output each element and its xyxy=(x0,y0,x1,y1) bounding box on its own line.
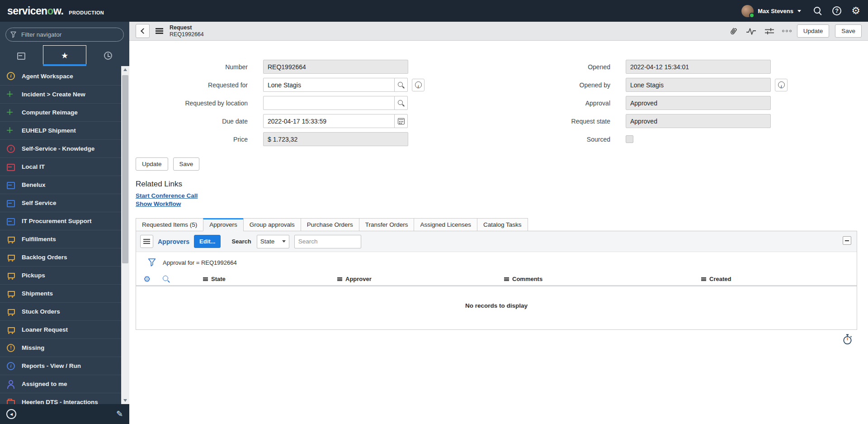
reference-lookup-button[interactable] xyxy=(394,78,408,92)
column-header-created[interactable]: Created xyxy=(701,276,857,282)
sidebar-item-loaner-request[interactable]: Loaner Request xyxy=(0,320,121,338)
reference-lookup-button[interactable] xyxy=(394,96,408,110)
scroll-down-arrow[interactable] xyxy=(123,399,127,402)
plus-icon xyxy=(6,126,15,135)
column-menu-icon xyxy=(504,277,509,281)
help-icon[interactable] xyxy=(832,6,842,16)
sidebar-footer: ✎ xyxy=(0,404,129,424)
search-column-select[interactable]: State xyxy=(257,235,289,248)
field-number: Number xyxy=(136,60,434,74)
sidebar-scrollbar[interactable] xyxy=(121,66,129,404)
tab-catalog-tasks[interactable]: Catalog Tasks xyxy=(477,218,528,231)
sidebar-item-agent-workspace[interactable]: Agent Workspace xyxy=(0,67,121,85)
update-button[interactable]: Update xyxy=(797,24,830,38)
opened-by-info-button[interactable] xyxy=(775,79,788,91)
activity-stream-icon[interactable] xyxy=(745,27,757,36)
sidebar-item-backlog-orders[interactable]: Backlog Orders xyxy=(0,248,121,266)
save-button[interactable]: Save xyxy=(835,24,862,38)
tab-purchase-orders[interactable]: Purchase Orders xyxy=(301,218,359,231)
back-button[interactable] xyxy=(136,24,150,38)
personalize-form-sliders-icon[interactable] xyxy=(764,27,774,36)
filter-icon xyxy=(10,31,16,38)
info-icon xyxy=(415,81,422,88)
scrollbar-thumb[interactable] xyxy=(122,75,128,263)
attachment-paperclip-icon[interactable] xyxy=(729,26,738,36)
sidebar-item-assigned-to-me[interactable]: Assigned to me xyxy=(0,375,121,393)
sidebar-item-self-service-knowledge[interactable]: Self-Service - Knowledge xyxy=(0,139,121,157)
column-menu-icon xyxy=(337,277,342,281)
column-header-approver[interactable]: Approver xyxy=(337,276,504,282)
edit-button[interactable]: Edit... xyxy=(194,235,221,248)
column-header-state[interactable]: State xyxy=(203,276,337,282)
breadcrumb[interactable]: Approval for = REQ1992664 xyxy=(163,259,237,266)
due-date-field[interactable] xyxy=(263,114,395,128)
avatar[interactable] xyxy=(741,5,754,17)
list-search-input[interactable] xyxy=(294,235,361,248)
sidebar-item-local-it[interactable]: Local IT xyxy=(0,157,121,176)
sidebar-item-shipments[interactable]: Shipments xyxy=(0,284,121,302)
list-context-menu-button[interactable] xyxy=(140,235,153,248)
tab-transfer-orders[interactable]: Transfer Orders xyxy=(359,218,415,231)
sidebar-item-euhelp-shipment[interactable]: EUHELP Shipment xyxy=(0,121,121,139)
edit-favorites-pencil-icon[interactable]: ✎ xyxy=(116,409,123,419)
collapse-list-button[interactable] xyxy=(843,236,851,245)
sidebar-item-it-procurement-support[interactable]: IT Procurement Support xyxy=(0,212,121,230)
sidebar-item-computer-reimage[interactable]: Computer Reimage xyxy=(0,103,121,121)
sidebar-item-missing[interactable]: Missing xyxy=(0,338,121,357)
response-time-stopwatch-icon[interactable] xyxy=(842,334,853,347)
user-menu[interactable]: Max Stevens xyxy=(741,5,801,17)
column-search-icon[interactable] xyxy=(162,275,170,283)
gear-icon[interactable]: ⚙ xyxy=(851,6,861,16)
list-personalize-gear-icon[interactable]: ⚙ xyxy=(143,275,151,283)
cart-icon xyxy=(6,235,15,244)
tab-all-applications[interactable] xyxy=(0,45,43,66)
search-icon xyxy=(397,100,405,107)
calendar-picker-button[interactable] xyxy=(394,114,408,128)
requested-for-info-button[interactable] xyxy=(412,79,425,91)
request-state-field xyxy=(626,114,771,128)
sidebar-item-pickups[interactable]: Pickups xyxy=(0,266,121,284)
search-icon[interactable] xyxy=(813,6,823,16)
related-links-heading: Related Links xyxy=(136,180,868,189)
sidebar-item-reports-view-run[interactable]: Reports - View / Run xyxy=(0,357,121,375)
funnel-icon[interactable] xyxy=(148,258,156,267)
tab-approvers[interactable]: Approvers xyxy=(203,218,244,231)
box-icon xyxy=(6,181,15,190)
list-title-link[interactable]: Approvers xyxy=(158,238,189,245)
box-icon xyxy=(6,217,15,226)
user-name: Max Stevens xyxy=(758,8,793,14)
info-icon xyxy=(778,81,785,88)
requested-for-field[interactable] xyxy=(263,78,395,92)
sidebar-item-fulfillments[interactable]: Fulfillments xyxy=(0,230,121,248)
filter-navigator-input[interactable] xyxy=(5,28,124,42)
scroll-up-arrow[interactable] xyxy=(123,68,127,71)
more-options-icon[interactable] xyxy=(782,30,792,32)
navigator-tabs: ★ xyxy=(0,45,129,66)
sidebar-item-label: Agent Workspace xyxy=(22,73,73,80)
sidebar-item-label: Shipments xyxy=(22,290,53,297)
collapse-sidebar-icon[interactable] xyxy=(6,409,16,419)
sidebar-item-stuck-orders[interactable]: Stuck Orders xyxy=(0,302,121,320)
sidebar-item-heerlen-dts-interactions[interactable]: Heerlen DTS - Interactions xyxy=(0,393,121,404)
column-header-comments[interactable]: Comments xyxy=(504,276,701,282)
sidebar-item-self-service[interactable]: Self Service xyxy=(0,194,121,212)
tab-requested-items[interactable]: Requested Items (5) xyxy=(136,218,203,231)
person-icon xyxy=(6,380,15,389)
opened-field xyxy=(626,60,771,74)
tab-group-approvals[interactable]: Group approvals xyxy=(243,218,301,231)
tab-history[interactable] xyxy=(86,45,129,66)
field-price: Price xyxy=(136,132,434,146)
form-context-menu-icon[interactable] xyxy=(156,28,164,34)
sidebar-item-benelux[interactable]: Benelux xyxy=(0,176,121,194)
requested-by-location-field[interactable] xyxy=(263,96,395,110)
price-field xyxy=(263,132,408,146)
show-workflow-link[interactable]: Show Workflow xyxy=(136,200,181,207)
start-conference-call-link[interactable]: Start Conference Call xyxy=(136,192,198,199)
save-button-bottom[interactable]: Save xyxy=(173,157,200,171)
sidebar-item-label: Reports - View / Run xyxy=(22,362,81,369)
sidebar-item-incident-create-new[interactable]: Incident > Create New xyxy=(0,85,121,103)
tab-assigned-licenses[interactable]: Assigned Licenses xyxy=(414,218,477,231)
field-due-date: Due date xyxy=(136,114,434,128)
tab-favorites[interactable]: ★ xyxy=(43,45,87,66)
update-button-bottom[interactable]: Update xyxy=(136,157,168,171)
